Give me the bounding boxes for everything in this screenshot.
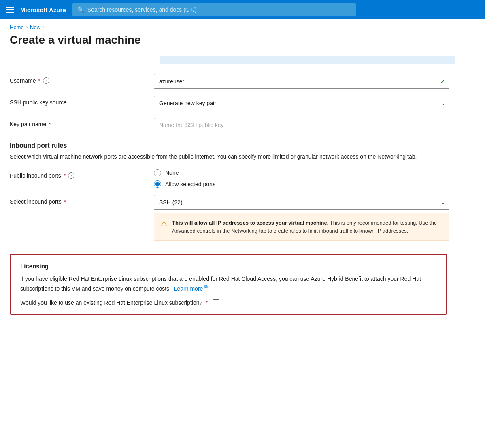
ssh-source-wrapper: Generate new key pair Use existing key s… [154,96,449,110]
menu-icon[interactable] [6,7,14,13]
public-ports-required: * [64,173,66,179]
none-radio-label: None [165,170,179,176]
licensing-question-row: Would you like to use an existing Red Ha… [20,299,436,306]
none-radio[interactable] [154,169,161,176]
select-ports-select[interactable]: SSH (22) HTTP (80) HTTPS (443) RDP (3389… [154,195,449,210]
select-ports-wrapper: SSH (22) HTTP (80) HTTPS (443) RDP (3389… [154,195,449,241]
select-ports-row: Select inbound ports * SSH (22) HTTP (80… [10,195,455,241]
public-ports-label: Public inbound ports * i [10,169,147,179]
breadcrumb-home[interactable]: Home [10,24,24,30]
select-ports-required: * [64,199,66,205]
warning-box: ⚠ This will allow all IP addresses to ac… [154,213,449,241]
key-pair-row: Key pair name * [10,118,455,132]
public-ports-info-icon[interactable]: i [68,172,74,179]
ssh-source-label: SSH public key source [10,96,147,106]
warning-text: This will allow all IP addresses to acce… [172,219,442,235]
learn-more-link[interactable]: Learn more [174,285,203,292]
allow-radio[interactable] [154,180,161,188]
external-link-icon: ⧉ [204,284,208,289]
allow-option[interactable]: Allow selected ports [154,180,449,188]
licensing-title: Licensing [20,263,436,270]
username-check-icon: ✓ [440,78,445,85]
progress-bar [160,56,455,64]
licensing-checkbox[interactable] [213,299,219,306]
warning-icon: ⚠ [161,219,167,228]
licensing-question-text: Would you like to use an existing Red Ha… [20,299,208,306]
ssh-source-select[interactable]: Generate new key pair Use existing key s… [154,96,449,110]
select-ports-select-wrapper: SSH (22) HTTP (80) HTTPS (443) RDP (3389… [154,195,449,210]
breadcrumb-new[interactable]: New [30,24,40,30]
licensing-desc: If you have eligible Red Hat Enterprise … [20,274,436,293]
none-option[interactable]: None [154,169,449,176]
public-ports-row: Public inbound ports * i None Allow sele… [10,169,455,188]
username-field-wrapper: ✓ [154,74,449,89]
inbound-section-desc: Select which virtual machine network por… [10,153,447,161]
breadcrumb-sep-1: › [26,25,28,30]
breadcrumb: Home › New › [0,19,485,34]
key-pair-required: * [49,121,51,127]
brand-name: Microsoft Azure [20,6,66,13]
licensing-required: * [206,300,208,306]
radio-group: None Allow selected ports [154,169,449,188]
username-info-icon[interactable]: i [43,77,49,84]
form-section: Username * i ✓ SSH public key source Gen… [10,56,455,315]
page-title: Create a virtual machine [10,34,475,47]
username-required: * [38,78,40,84]
key-pair-field-wrapper [154,118,449,132]
search-icon: 🔍 [77,6,84,13]
key-pair-input[interactable] [154,118,449,132]
username-row: Username * i ✓ [10,74,455,89]
licensing-box: Licensing If you have eligible Red Hat E… [10,254,447,315]
search-bar[interactable]: 🔍 [72,3,356,16]
page-content: Create a virtual machine Username * i ✓ … [0,34,485,331]
top-navigation: Microsoft Azure 🔍 [0,0,485,19]
select-ports-label: Select inbound ports * [10,195,147,205]
key-pair-label: Key pair name * [10,118,147,127]
inbound-section-title: Inbound port rules [10,142,455,149]
ssh-source-row: SSH public key source Generate new key p… [10,96,455,110]
allow-radio-label: Allow selected ports [165,181,216,187]
username-label: Username * i [10,74,147,84]
breadcrumb-sep-2: › [43,25,44,30]
username-input[interactable] [154,74,449,89]
public-ports-options: None Allow selected ports [154,169,449,188]
search-input[interactable] [87,6,351,13]
